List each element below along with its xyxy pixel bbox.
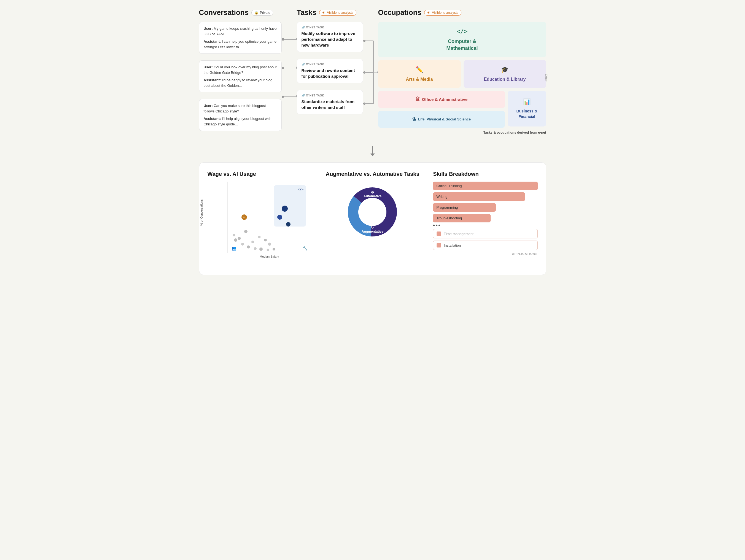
gray-dot-13 — [264, 239, 267, 241]
swatch-installation — [436, 243, 441, 248]
skill-bar-writing: Writing — [433, 192, 525, 201]
conversation-assistant-1: Assistant: I can help you optimize your … — [204, 39, 277, 50]
office-icon: 🏛 — [415, 96, 420, 102]
gray-dot-2 — [241, 243, 244, 245]
lock-icon: 🔒 — [254, 11, 259, 14]
task-card-3[interactable]: 🔗 O*NET TASK Standardize materials from … — [297, 90, 363, 114]
skill-bar-troubleshooting: Troubleshooting — [433, 214, 491, 222]
conversation-card-3[interactable]: User: Can you make sure this blogpost fo… — [199, 99, 282, 131]
computer-scatter-label: </> — [297, 188, 303, 191]
dot-1 — [433, 225, 435, 226]
donut-container: ⚙ Automative ↻ Augmentative — [345, 185, 400, 239]
task-card-2[interactable]: 🔗 O*NET TASK Review and rewrite content … — [297, 59, 363, 83]
more-skills-dots — [433, 225, 538, 226]
conv-to-task-connectors: ▶ ▶ ▶ — [282, 8, 297, 109]
skill-outline-installation: Installation — [433, 240, 538, 250]
task-label-2: 🔗 O*NET TASK — [301, 63, 358, 66]
occupations-column: Occupations 👁 Visible to analysts </> Co… — [378, 8, 546, 134]
gear-icon-automative: ⚙ — [363, 191, 382, 194]
conversation-user-3: User: Can you make sure this blogpost fo… — [204, 103, 277, 114]
eye-icon-occ: 👁 — [427, 11, 430, 14]
task-text-2: Review and rewrite content for publicati… — [301, 68, 358, 79]
connector-row-1: ▶ — [282, 27, 297, 52]
task-label-3: 🔗 O*NET TASK — [301, 94, 358, 97]
occ-name-education: Education & Library — [484, 76, 526, 83]
conversation-card-2[interactable]: User: Could you look over my blog post a… — [199, 60, 282, 92]
occ-card-office[interactable]: 🏛 Office & Administrative — [378, 91, 505, 108]
conversation-card-1[interactable]: User: My game keeps crashing as I only h… — [199, 22, 282, 54]
augmentative-label: ↻ Augmentative — [362, 226, 383, 233]
occ-office-life-col: 🏛 Office & Administrative ⚗ Life, Physic… — [378, 91, 505, 128]
svg-point-13 — [359, 199, 386, 225]
gray-dot-3 — [247, 245, 250, 249]
task-card-1[interactable]: 🔗 O*NET TASK Modify software to improve … — [297, 22, 363, 52]
gray-dot-4 — [254, 247, 257, 250]
link-icon-1: 🔗 — [301, 26, 305, 29]
arrow-1: ▶ — [284, 39, 297, 40]
scatter-plot: </> ✏ 👥 🔧 — [227, 182, 312, 253]
swatch-time — [436, 231, 441, 236]
gray-dot-10 — [251, 240, 254, 243]
arts-icon: ✏️ — [416, 66, 423, 74]
gray-dot-7 — [272, 248, 276, 251]
occupations-header: Occupations 👁 Visible to analysts — [378, 8, 546, 17]
occ-name-office: Office & Administrative — [422, 96, 467, 102]
business-icon: 📊 — [523, 98, 530, 106]
occ-card-computer[interactable]: </> Computer &Mathematical — [378, 22, 546, 57]
source-note: Tasks & occupations derived from o-net — [378, 131, 546, 134]
tasks-badge: 👁 Visible to analysts — [319, 10, 356, 16]
dot-2 — [282, 67, 284, 69]
skills-title: Skills Breakdown — [433, 171, 538, 177]
scatter-dot-large-1 — [282, 206, 288, 212]
conversations-column: Conversations 🔒 Private User: My game ke… — [199, 8, 282, 137]
occ-card-arts[interactable]: ✏️ Arts & Media — [378, 60, 461, 88]
gray-dot-8 — [233, 234, 235, 236]
link-icon-3: 🔗 — [301, 94, 305, 97]
occupations-badge: 👁 Visible to analysts — [424, 10, 461, 16]
gray-dot-5 — [259, 248, 263, 251]
conversation-assistant-2: Assistant: I'd be happy to review your b… — [204, 77, 277, 88]
occ-card-life[interactable]: ⚗ Life, Physical & Social Science — [378, 111, 505, 128]
wage-chart-title: Wage vs. AI Usage — [207, 171, 312, 177]
svg-marker-10 — [370, 154, 375, 156]
arrow-3: ▶ — [284, 96, 297, 97]
task-text-1: Modify software to improve performance a… — [301, 31, 358, 48]
conversations-header: Conversations 🔒 Private — [199, 8, 282, 17]
down-arrow-container — [199, 146, 546, 157]
donut-chart-area: Augmentative vs. Automative Tasks — [320, 171, 425, 266]
tasks-title: Tasks — [297, 8, 317, 17]
conversations-title: Conversations — [199, 8, 249, 17]
occ-row-office-business: 🏛 Office & Administrative ⚗ Life, Physic… — [378, 91, 546, 128]
conversations-badge: 🔒 Private — [251, 10, 273, 16]
x-axis-label: Median Salary — [227, 255, 312, 258]
dot-3 — [439, 225, 440, 226]
education-icon: 🎓 — [501, 66, 509, 74]
y-axis-label: % of Conversations — [199, 200, 203, 226]
scatter-dot-large-3 — [286, 222, 291, 227]
refresh-icon-augmentative: ↻ — [362, 226, 383, 230]
wage-chart-wrapper: % of Conversations </> ✏ 👥 🔧 — [207, 182, 312, 266]
gray-dot-12 — [258, 236, 261, 238]
dot-2 — [436, 225, 438, 226]
highlight-box — [274, 185, 306, 227]
donut-chart-title: Augmentative vs. Automative Tasks — [325, 171, 419, 177]
conversation-user-1: User: My game keeps crashing as I only h… — [204, 26, 277, 37]
occ-row-arts-edu: ✏️ Arts & Media 🎓 Education & Library — [378, 60, 546, 88]
gray-dot-11 — [244, 230, 248, 233]
skill-bar-critical-thinking: Critical Thinking — [433, 182, 538, 190]
gray-dot-14 — [268, 243, 271, 246]
arrow-2: ▶ — [284, 68, 297, 68]
applications-label: APPLICATIONS — [433, 252, 538, 256]
dot-3 — [282, 96, 284, 98]
occ-card-education[interactable]: 🎓 Education & Library — [463, 60, 546, 88]
skill-bar-programming: Programming — [433, 203, 496, 212]
scatter-dot-arts: ✏ — [241, 215, 247, 220]
scatter-dot-large-2 — [277, 215, 282, 220]
occ-name-computer: Computer &Mathematical — [446, 38, 478, 52]
down-arrow-svg — [368, 146, 377, 157]
automative-label: ⚙ Automative — [363, 191, 382, 198]
skill-outline-time: Time management — [433, 229, 538, 238]
bracket-svg — [363, 27, 378, 121]
occ-card-business[interactable]: 📊 Business &Financial — [508, 91, 546, 127]
tasks-header: Tasks 👁 Visible to analysts — [297, 8, 363, 17]
